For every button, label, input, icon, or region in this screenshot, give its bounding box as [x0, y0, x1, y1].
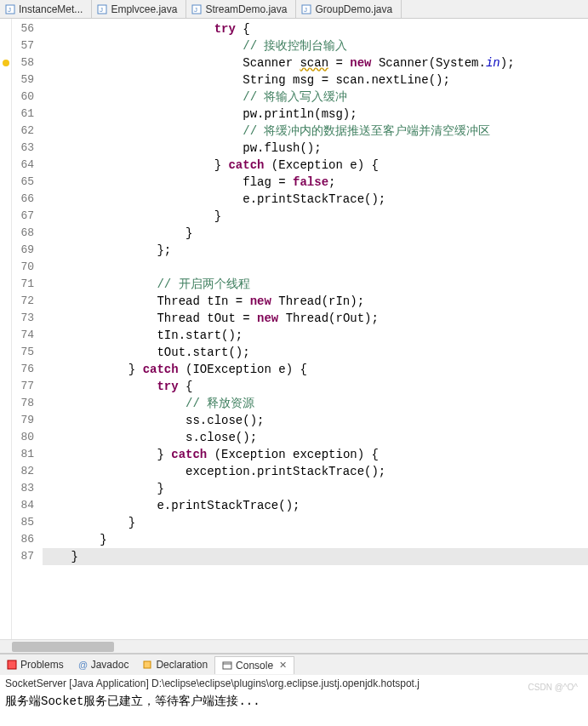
- tab-console[interactable]: Console ✕: [214, 656, 294, 674]
- watermark: CSDN @^O^: [528, 683, 578, 692]
- svg-rect-9: [8, 660, 16, 669]
- tab-label: Emplvcee.java: [111, 3, 177, 15]
- close-icon[interactable]: ✕: [279, 660, 287, 671]
- warning-icon[interactable]: [0, 54, 11, 71]
- tab-label: GroupDemo.java: [315, 3, 392, 15]
- tab-label: Javadoc: [91, 659, 129, 671]
- tab-label: Problems: [20, 659, 64, 671]
- java-file-icon: J: [191, 4, 202, 14]
- svg-point-8: [3, 60, 9, 66]
- tab-instancemet[interactable]: J InstanceMet...: [0, 0, 92, 18]
- console-process-label: SocketServer [Java Application] D:\eclip…: [0, 675, 588, 692]
- line-number-gutter: 5657585960616263646566676869707172737475…: [12, 19, 39, 639]
- tab-label: InstanceMet...: [19, 3, 83, 15]
- svg-text:J: J: [100, 6, 103, 14]
- javadoc-icon: @: [77, 660, 88, 670]
- horizontal-scrollbar[interactable]: [0, 639, 588, 653]
- console-output[interactable]: 服务端Socket服务已建立，等待客户端连接...: [0, 692, 588, 726]
- declaration-icon: [142, 660, 152, 670]
- tab-label: Declaration: [156, 659, 208, 671]
- editor-gutter: [0, 19, 12, 639]
- svg-rect-12: [223, 662, 231, 669]
- code-content[interactable]: try { // 接收控制台输入 Scanner scan = new Scan…: [39, 19, 588, 639]
- java-file-icon: J: [5, 4, 15, 14]
- svg-text:J: J: [194, 6, 197, 14]
- scrollbar-thumb[interactable]: [12, 642, 114, 652]
- svg-text:J: J: [304, 6, 307, 14]
- tab-groupdemo[interactable]: J GroupDemo.java: [296, 0, 402, 18]
- tab-declaration[interactable]: Declaration: [135, 656, 214, 673]
- problems-icon: [7, 660, 17, 670]
- java-file-icon: J: [97, 4, 107, 14]
- tab-streamdemo[interactable]: J StreamDemo.java: [186, 0, 296, 18]
- console-line: 服务端Socket服务已建立，等待客户端连接...: [5, 694, 583, 709]
- tab-label: StreamDemo.java: [205, 3, 287, 15]
- java-file-icon: J: [301, 4, 311, 14]
- svg-rect-11: [144, 661, 151, 668]
- console-icon: [222, 660, 232, 671]
- bottom-tabs-bar: Problems @ Javadoc Declaration Console ✕: [0, 655, 588, 675]
- svg-text:@: @: [78, 660, 88, 670]
- tab-emplvcee[interactable]: J Emplvcee.java: [92, 0, 186, 18]
- tab-label: Console: [236, 660, 273, 672]
- tab-javadoc[interactable]: @ Javadoc: [71, 656, 136, 673]
- svg-text:J: J: [8, 6, 11, 14]
- editor-tabs-bar: J InstanceMet... J Emplvcee.java J Strea…: [0, 0, 588, 19]
- code-editor[interactable]: 5657585960616263646566676869707172737475…: [0, 19, 588, 639]
- bottom-panel: Problems @ Javadoc Declaration Console ✕…: [0, 653, 588, 726]
- tab-problems[interactable]: Problems: [0, 656, 71, 673]
